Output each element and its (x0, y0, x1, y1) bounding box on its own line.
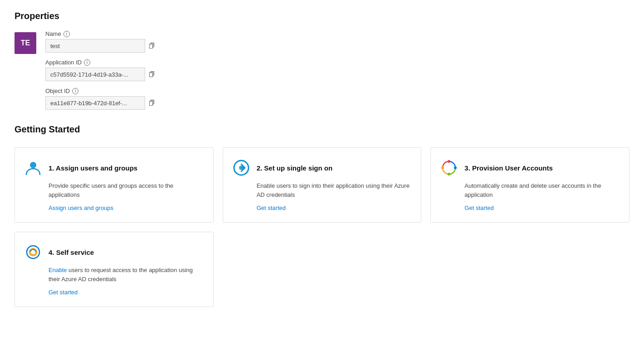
svg-point-0 (30, 162, 36, 168)
object-id-copy-icon[interactable]: 🗍 (148, 98, 156, 107)
name-label: Name i (45, 30, 156, 37)
cards-grid-row2: 4. Self service Enable users to request … (15, 232, 629, 307)
card2-desc: Enable users to sign into their applicat… (257, 181, 412, 199)
card2-title: 2. Set up single sign on (257, 164, 333, 172)
name-input: test (45, 39, 145, 53)
card2-link[interactable]: Get started (257, 205, 412, 211)
card3-title: 3. Provision User Accounts (464, 164, 553, 172)
card1-header: 1. Assign users and groups (24, 159, 204, 177)
card4-header: 4. Self service (24, 243, 204, 261)
card3-desc: Automatically create and delete user acc… (464, 181, 620, 199)
card1-link[interactable]: Assign users and groups (49, 205, 204, 211)
app-id-label: Application ID i (45, 59, 156, 66)
cards-grid-row1: 1. Assign users and groups Provide speci… (15, 147, 629, 223)
card2-header: 2. Set up single sign on (232, 159, 412, 177)
card1-title: 1. Assign users and groups (49, 164, 137, 172)
page-title: Properties (15, 11, 629, 21)
object-id-label: Object ID i (45, 88, 156, 94)
app-id-info-icon[interactable]: i (84, 59, 90, 66)
name-info-icon[interactable]: i (63, 31, 70, 37)
svg-point-2 (239, 166, 244, 170)
svg-point-7 (27, 246, 39, 258)
app-id-field-group: Application ID i c57d5592-171d-4d19-a33a… (45, 59, 156, 81)
card-self-service: 4. Self service Enable users to request … (15, 232, 214, 307)
app-id-copy-icon[interactable]: 🗍 (148, 70, 156, 79)
properties-section: TE Name i test 🗍 Application ID i c (15, 30, 629, 110)
object-id-field-group: Object ID i ea11e877-b19b-472d-81ef-... … (45, 88, 156, 110)
card-sso: 2. Set up single sign on Enable users to… (223, 147, 422, 223)
properties-fields: Name i test 🗍 Application ID i c57d5592-… (45, 30, 156, 110)
svg-point-3 (454, 166, 457, 169)
name-field-group: Name i test 🗍 (45, 30, 156, 53)
card4-desc: Enable users to request access to the ap… (49, 266, 204, 283)
name-copy-icon[interactable]: 🗍 (148, 41, 156, 50)
app-avatar: TE (15, 32, 36, 54)
object-id-info-icon[interactable]: i (72, 88, 78, 94)
card2-icon (232, 159, 250, 177)
card3-link[interactable]: Get started (464, 205, 620, 211)
card4-desc-highlight: Enable (49, 267, 67, 273)
card4-icon (24, 243, 42, 261)
app-id-input-row: c57d5592-171d-4d19-a33a-... 🗍 (45, 68, 156, 81)
svg-point-4 (448, 173, 450, 175)
card1-icon (24, 159, 42, 177)
card4-desc-rest: users to request access to the applicati… (49, 267, 193, 283)
card3-icon (440, 159, 458, 177)
object-id-input: ea11e877-b19b-472d-81ef-... (45, 96, 145, 110)
card-provision: 3. Provision User Accounts Automatically… (430, 147, 629, 223)
svg-point-5 (441, 166, 444, 169)
card3-header: 3. Provision User Accounts (440, 159, 620, 177)
card1-desc: Provide specific users and groups access… (49, 181, 204, 199)
card4-title: 4. Self service (49, 248, 94, 256)
svg-point-6 (448, 160, 450, 163)
object-id-input-row: ea11e877-b19b-472d-81ef-... 🗍 (45, 96, 156, 110)
card-assign-users: 1. Assign users and groups Provide speci… (15, 147, 214, 223)
card4-link[interactable]: Get started (49, 289, 204, 296)
getting-started-title: Getting Started (15, 124, 629, 135)
name-input-row: test 🗍 (45, 39, 156, 53)
app-id-input: c57d5592-171d-4d19-a33a-... (45, 68, 145, 81)
